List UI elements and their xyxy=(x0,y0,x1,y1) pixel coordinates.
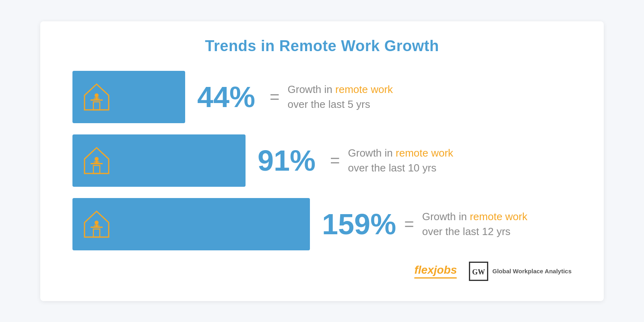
desc-suffix-3: over the last 12 yrs xyxy=(422,225,511,237)
flexjobs-underline xyxy=(414,277,457,279)
svg-point-9 xyxy=(95,157,99,161)
percentage-1: 44% xyxy=(197,80,262,114)
description-3: Growth in remote work over the last 12 y… xyxy=(422,209,528,239)
stat-row-1: 44% = Growth in remote work over the las… xyxy=(72,71,572,123)
stat-row-2: 91% = Growth in remote work over the las… xyxy=(72,134,572,187)
svg-text:GW: GW xyxy=(472,268,485,276)
flexjobs-text-colored: flexjobs xyxy=(414,264,457,276)
bar-3 xyxy=(72,198,310,250)
description-1: Growth in remote work over the last 5 yr… xyxy=(288,82,393,111)
footer: flexjobs GW Global Workplace Analytics xyxy=(72,262,572,281)
svg-rect-8 xyxy=(93,165,100,173)
gwa-symbol-box: GW xyxy=(469,262,488,281)
bar-1 xyxy=(72,71,185,123)
highlight-1: remote work xyxy=(335,83,393,95)
svg-point-15 xyxy=(95,221,99,225)
bar-2 xyxy=(72,134,246,187)
home-worker-icon-1 xyxy=(80,81,113,113)
equals-1: = xyxy=(270,87,280,107)
flexjobs-logo: flexjobs xyxy=(414,264,457,279)
svg-point-3 xyxy=(95,93,99,97)
stat-row-3: 159% = Growth in remote work over the la… xyxy=(72,198,572,250)
description-2: Growth in remote work over the last 10 y… xyxy=(348,146,454,175)
highlight-3: remote work xyxy=(470,211,527,223)
home-worker-icon-2 xyxy=(80,144,113,177)
gwa-label: Global Workplace Analytics xyxy=(492,267,572,275)
desc-suffix-2: over the last 10 yrs xyxy=(348,162,437,174)
flexjobs-label: flexjobs xyxy=(414,264,457,277)
home-worker-icon-3 xyxy=(80,208,113,240)
svg-rect-14 xyxy=(93,229,100,237)
percentage-2: 91% xyxy=(258,144,322,177)
gwa-logo: GW Global Workplace Analytics xyxy=(469,262,572,281)
page-title: Trends in Remote Work Growth xyxy=(72,37,572,55)
equals-2: = xyxy=(330,151,340,170)
desc-suffix-1: over the last 5 yrs xyxy=(288,98,370,110)
equals-3: = xyxy=(404,215,414,234)
svg-rect-1 xyxy=(93,102,100,110)
highlight-2: remote work xyxy=(396,147,453,159)
percentage-3: 159% xyxy=(322,208,396,241)
main-card: Trends in Remote Work Growth xyxy=(40,21,604,301)
gwa-symbol-icon: GW xyxy=(471,263,487,279)
